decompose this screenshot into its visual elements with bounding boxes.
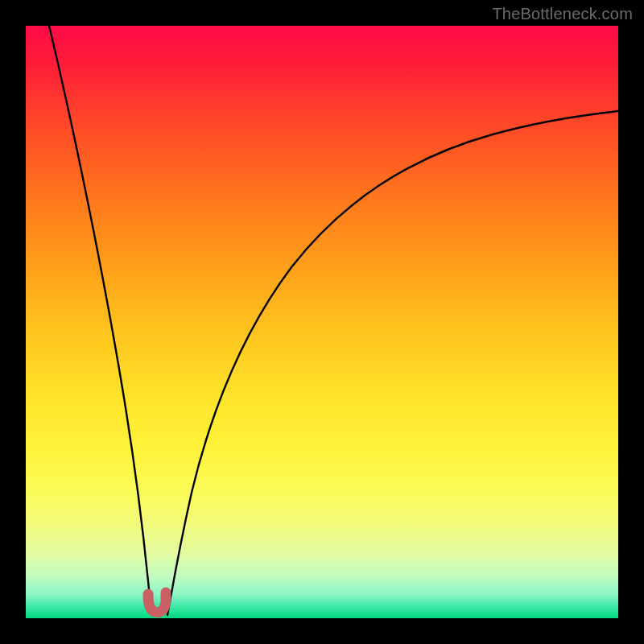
watermark-text: TheBottleneck.com xyxy=(492,5,633,23)
plot-area xyxy=(26,26,618,618)
chart-curves xyxy=(26,26,618,618)
marker-min xyxy=(148,592,166,613)
chart-frame: TheBottleneck.com xyxy=(0,0,644,644)
curve-left-branch xyxy=(49,26,153,615)
curve-right-branch xyxy=(167,111,618,615)
